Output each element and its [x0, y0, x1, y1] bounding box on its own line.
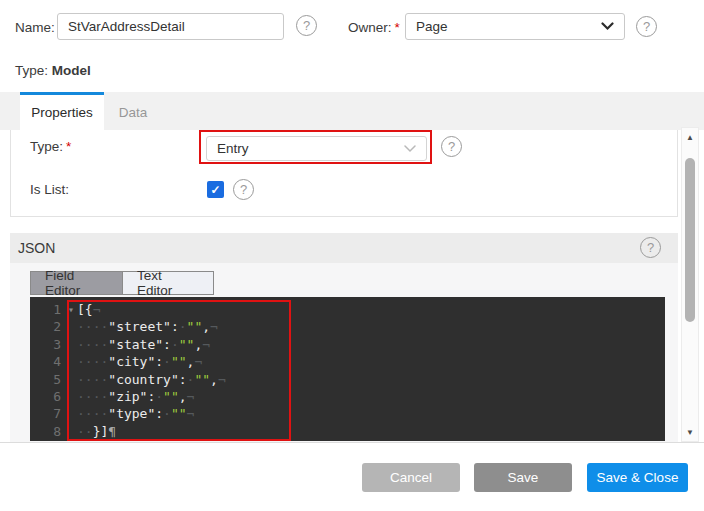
question-mark-glyph: ?: [240, 182, 247, 197]
tab-properties-label: Properties: [31, 105, 93, 120]
type-select-highlight-box: [199, 130, 432, 164]
line-number: 4: [30, 353, 67, 370]
required-asterisk: *: [395, 20, 400, 35]
json-section-title: JSON: [18, 240, 55, 256]
question-mark-glyph: ?: [303, 18, 310, 33]
checkmark-icon: ✓: [210, 183, 220, 197]
line-number: 2: [30, 318, 67, 335]
type-field-label: Type:*: [30, 139, 71, 154]
variable-type-summary: Type: Model: [15, 63, 91, 78]
tab-strip: Properties Data: [0, 92, 704, 130]
scroll-up-arrow-icon[interactable]: ▲: [682, 130, 698, 144]
code-gutter: 1▾2345678: [30, 297, 67, 441]
tab-properties[interactable]: Properties: [20, 95, 104, 130]
text-editor-label: Text Editor: [137, 268, 199, 298]
line-number: 7: [30, 405, 67, 422]
owner-select[interactable]: Page: [405, 13, 625, 40]
name-help-icon[interactable]: ?: [296, 15, 317, 36]
scroll-down-arrow-icon[interactable]: ▼: [682, 425, 698, 439]
line-number: 3: [30, 336, 67, 353]
question-mark-glyph: ?: [448, 139, 455, 154]
question-mark-glyph: ?: [647, 240, 654, 255]
name-label-text: Name:: [15, 20, 55, 35]
chevron-down-icon: [601, 22, 614, 31]
tab-data-label: Data: [119, 105, 148, 120]
type-summary-label: Type:: [15, 63, 48, 78]
line-number: 6: [30, 388, 67, 405]
cancel-button[interactable]: Cancel: [362, 463, 460, 492]
name-input[interactable]: [57, 13, 284, 40]
scrollbar-thumb[interactable]: [685, 158, 695, 322]
vertical-scrollbar[interactable]: ▲ ▼: [681, 127, 699, 442]
is-list-help-icon[interactable]: ?: [233, 179, 254, 200]
type-summary-value: Model: [52, 63, 91, 78]
owner-select-value: Page: [416, 19, 448, 34]
down-triangle-glyph: ▼: [686, 428, 694, 437]
type-field-label-text: Type:: [30, 139, 63, 154]
owner-label-text: Owner:: [348, 20, 392, 35]
tab-data[interactable]: Data: [104, 95, 162, 130]
text-editor-button[interactable]: Text Editor: [123, 272, 213, 294]
editor-mode-switch: Field Editor Text Editor: [30, 271, 214, 295]
json-content-highlight-box: [67, 300, 291, 441]
name-label: Name:*: [15, 20, 63, 35]
json-help-icon[interactable]: ?: [640, 237, 661, 258]
save-button[interactable]: Save: [474, 463, 572, 492]
is-list-label-text: Is List:: [30, 182, 69, 197]
variable-editor-dialog: Name:* ? Owner:* Page ? Type: Model Prop…: [0, 0, 704, 511]
content-footer-divider: [0, 442, 704, 443]
field-editor-button[interactable]: Field Editor: [31, 272, 123, 294]
json-section-header: JSON: [10, 233, 678, 263]
line-number: 8: [30, 423, 67, 440]
question-mark-glyph: ?: [643, 19, 650, 34]
line-number: 1▾: [30, 301, 67, 318]
type-help-icon[interactable]: ?: [441, 136, 462, 157]
is-list-checkbox[interactable]: ✓: [207, 181, 224, 198]
owner-help-icon[interactable]: ?: [636, 16, 657, 37]
field-editor-label: Field Editor: [45, 268, 108, 298]
line-number: 5: [30, 371, 67, 388]
required-asterisk: *: [66, 139, 71, 154]
is-list-label: Is List:: [30, 182, 69, 197]
owner-label: Owner:*: [348, 20, 400, 35]
save-and-close-button[interactable]: Save & Close: [587, 463, 688, 492]
up-triangle-glyph: ▲: [686, 133, 694, 142]
